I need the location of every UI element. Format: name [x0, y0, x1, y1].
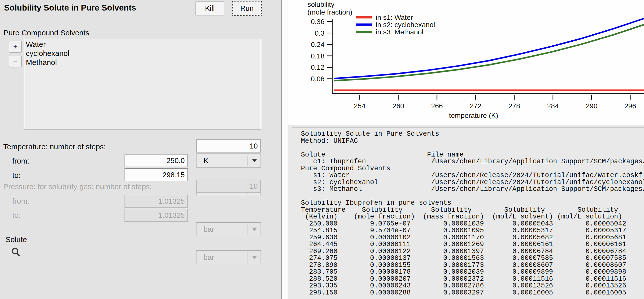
solvent-item[interactable]: cyclohexanol [26, 49, 261, 58]
x-tick-label: 278 [508, 102, 520, 110]
combobox-separator [247, 224, 247, 235]
solubility-form-panel: Solubility Solute in Pure Solvents Kill … [0, 0, 282, 299]
search-icon[interactable] [11, 247, 22, 258]
pressure-from-unit-combobox: bar [196, 222, 261, 236]
solubility-plot: solubility(mole fraction)0.060.120.180.2… [288, 0, 644, 125]
temp-steps-label: Temperature: number of steps: [3, 142, 106, 151]
x-tick-label: 266 [431, 102, 443, 110]
pressure-from-label: from: [12, 197, 29, 205]
pressure-to-unit-combobox: bar [196, 250, 261, 264]
legend-label: in s1: Water [376, 14, 413, 21]
temp-steps-input[interactable] [196, 139, 261, 153]
app-window: Solubility Solute in Pure Solvents Kill … [0, 0, 644, 299]
page-title: Solubility Solute in Pure Solvents [4, 3, 136, 13]
output-console: Solubility Solute in Pure Solvents Metho… [288, 125, 644, 299]
y-tick-label: 0.12 [311, 63, 325, 71]
chevron-down-icon [252, 228, 257, 231]
y-tick-label: 0.36 [311, 18, 325, 26]
y-axis-title: (mole fraction) [307, 8, 352, 16]
solvents-label: Pure Compound Solvents [4, 29, 89, 37]
temp-to-input[interactable] [124, 168, 188, 181]
remove-solvent-button[interactable]: − [9, 55, 22, 67]
kill-button[interactable]: Kill [196, 2, 224, 15]
legend-swatch [356, 31, 372, 33]
solvents-listbox[interactable]: WatercyclohexanolMethanol [24, 39, 261, 129]
legend-label: in s3: Methanol [376, 28, 423, 36]
x-tick-label: 290 [586, 102, 598, 110]
solubility-chart: solubility(mole fraction)0.060.120.180.2… [288, 0, 644, 125]
temp-to-label: to: [12, 171, 21, 180]
pressure-to-unit-value: bar [197, 253, 214, 262]
temp-from-unit-value: K [197, 157, 208, 165]
combobox-separator [247, 252, 247, 263]
panel-divider [282, 0, 288, 299]
legend-swatch [356, 24, 372, 26]
solvent-item[interactable]: Methanol [26, 58, 261, 67]
x-tick-label: 272 [470, 102, 482, 110]
y-axis-title: solubility [307, 1, 334, 8]
x-tick-label: 260 [393, 102, 404, 110]
x-tick-label: 296 [624, 102, 636, 110]
temp-from-input[interactable] [124, 154, 188, 167]
run-button[interactable]: Run [232, 1, 262, 16]
solvent-item[interactable]: Water [26, 40, 261, 49]
x-tick-label: 254 [354, 102, 366, 110]
pressure-steps-label: Pressure: for solubility gas: number of … [3, 182, 152, 191]
temp-from-label: from: [12, 157, 29, 165]
pressure-to-label: to: [12, 211, 21, 219]
console-text: Solubility Solute in Pure Solvents Metho… [292, 128, 644, 296]
combobox-separator [247, 156, 247, 166]
legend-swatch [356, 16, 372, 19]
chevron-down-icon [252, 159, 257, 162]
y-tick-label: 0.18 [311, 52, 325, 60]
pressure-steps-input [196, 180, 261, 193]
y-tick-label: 0.06 [311, 75, 325, 83]
y-tick-label: 0.24 [311, 41, 325, 48]
y-tick-label: 0.3 [315, 29, 325, 37]
pressure-to-input [124, 209, 188, 222]
legend-label: in s2: cyclohexanol [376, 21, 435, 29]
pressure-from-unit-value: bar [197, 225, 214, 234]
x-axis-title: temperature (K) [449, 112, 498, 119]
temp-from-unit-combobox[interactable]: K [196, 154, 261, 168]
chevron-down-icon [252, 256, 257, 259]
add-solvent-button[interactable]: + [9, 41, 22, 53]
solute-label: Solute [6, 235, 27, 244]
x-tick-label: 284 [547, 102, 559, 110]
pressure-from-input [124, 195, 188, 208]
results-panel: solubility(mole fraction)0.060.120.180.2… [288, 0, 644, 299]
console-frame[interactable]: Solubility Solute in Pure Solvents Metho… [292, 127, 644, 299]
